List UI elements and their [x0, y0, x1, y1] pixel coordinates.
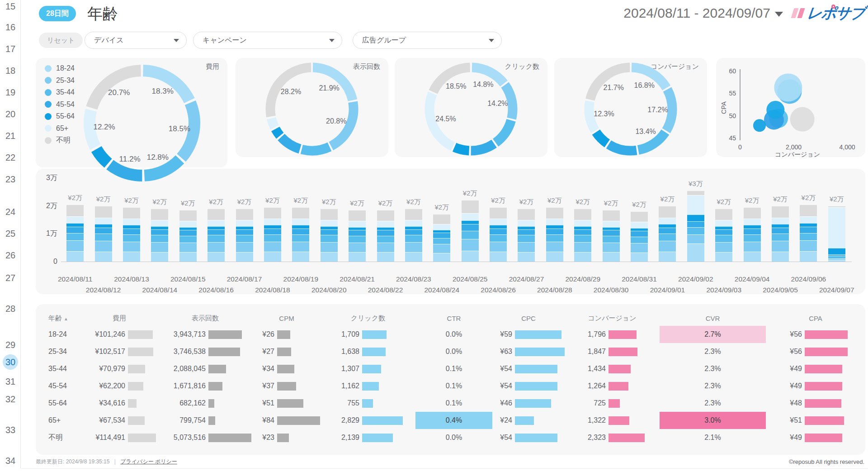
bar-group-2024/08/31[interactable]: ¥2万: [625, 178, 653, 262]
bar-group-2024/09/01[interactable]: ¥2万: [653, 178, 681, 262]
sidebar-page-20[interactable]: 20: [0, 106, 21, 122]
bar-group-2024/08/26[interactable]: ¥2万: [484, 178, 512, 262]
legend-label: 25-34: [56, 76, 75, 85]
bar-group-2024/09/05[interactable]: ¥2万: [766, 178, 794, 262]
sidebar-page-22[interactable]: 22: [0, 150, 21, 165]
bar-group-2024/08/13[interactable]: ¥2万: [118, 178, 146, 262]
sidebar-page-26[interactable]: 26: [0, 248, 21, 263]
y-axis-tick: 2万: [38, 201, 57, 210]
sidebar-page-29[interactable]: 29: [0, 337, 21, 353]
bar-group-2024/08/30[interactable]: ¥2万: [597, 178, 625, 262]
bar-segment-25-34: [687, 234, 704, 243]
sidebar-page-17[interactable]: 17: [0, 41, 21, 57]
sidebar-page-21[interactable]: 21: [0, 128, 21, 143]
reset-button[interactable]: リセット: [39, 33, 83, 48]
table-cell: 1,162: [321, 377, 415, 395]
donut-slice-不明: [264, 61, 360, 157]
bar-group-2024/09/02[interactable]: ¥3万: [682, 178, 710, 262]
bar-segment-25-34: [744, 242, 761, 252]
bar-segment-65+: [433, 224, 450, 230]
bar-group-2024/08/23[interactable]: ¥2万: [400, 178, 428, 262]
cell-bar: [362, 434, 393, 442]
sidebar-page-33[interactable]: 33: [0, 422, 21, 438]
sidebar-page-23[interactable]: 23: [0, 172, 21, 187]
bar-segment-45-54: [377, 230, 394, 236]
bar-group-2024/08/25[interactable]: ¥2万: [456, 178, 484, 262]
legend-item: 65+: [45, 123, 75, 135]
bar-segment-25-34: [518, 242, 535, 252]
bar-group-2024/08/12[interactable]: ¥2万: [89, 178, 117, 262]
sidebar-page-15[interactable]: 15: [0, 0, 21, 14]
bar-group-2024/08/21[interactable]: ¥2万: [343, 178, 371, 262]
dashboard: 28日間 年齢 2024/08/11 - 2024/09/07 レポサブ リセッ…: [21, 0, 868, 468]
chevron-down-icon[interactable]: [775, 12, 783, 17]
cell-bar: [805, 365, 842, 373]
bar-group-2024/08/27[interactable]: ¥2万: [512, 178, 540, 262]
bar-segment-不明: [377, 210, 394, 221]
bar-segment-25-34: [349, 243, 366, 253]
table-cell: ¥70,979: [81, 360, 158, 377]
bar-group-2024/09/06[interactable]: ¥2万: [794, 178, 822, 262]
cell-bar: [208, 382, 222, 391]
donut-slice-25-34: [264, 61, 360, 157]
sidebar-page-27[interactable]: 27: [0, 270, 21, 286]
y-axis-tick: 1万: [38, 229, 57, 238]
sidebar-page-30[interactable]: 30: [0, 354, 21, 370]
bar-group-2024/08/29[interactable]: ¥2万: [569, 178, 597, 262]
bubble-chart: 6055504502,0004,000CPAコンバージョン: [716, 58, 865, 157]
bar-group-2024/08/18[interactable]: ¥2万: [259, 178, 287, 262]
bar-segment-45-54: [518, 229, 535, 235]
sidebar-page-34[interactable]: 34: [0, 453, 21, 468]
legend-color-icon: [45, 137, 52, 144]
donut-percent-label: 21.9%: [319, 84, 339, 92]
bar-value-label: ¥2万: [89, 195, 118, 204]
legend-label: 不明: [56, 136, 71, 145]
table-cell: ¥56: [766, 343, 865, 360]
bar-group-2024/09/04[interactable]: ¥2万: [738, 178, 766, 262]
bar-group-2024/08/14[interactable]: ¥2万: [146, 178, 174, 262]
axis-label: 45: [729, 134, 736, 142]
bubble-18-24: [774, 74, 802, 102]
bar-segment-45-54: [546, 229, 563, 234]
sidebar-page-18[interactable]: 18: [0, 63, 21, 78]
privacy-policy-link[interactable]: プライバシー ポリシー: [120, 458, 177, 465]
bar-group-2024/08/15[interactable]: ¥2万: [174, 178, 202, 262]
sidebar-page-24[interactable]: 24: [0, 204, 21, 219]
bar-segment-55-64: [800, 223, 817, 227]
bubble-65+: [766, 101, 784, 119]
table-cell: 2,139: [321, 429, 415, 446]
bar-group-2024/09/07[interactable]: ¥2万: [823, 178, 851, 262]
bar-group-2024/08/16[interactable]: ¥2万: [202, 178, 230, 262]
x-axis-date-label: 2024/08/14: [132, 286, 187, 294]
sidebar-page-19[interactable]: 19: [0, 85, 21, 100]
bar-segment-25-34: [66, 240, 84, 251]
sidebar-page-25[interactable]: 25: [0, 226, 21, 241]
bar-group-2024/08/22[interactable]: ¥2万: [371, 178, 399, 262]
column-header-年齢[interactable]: 年齢▲: [36, 314, 81, 323]
campaign-filter-dropdown[interactable]: キャンペーン: [193, 32, 342, 49]
x-axis-date-label: 2024/08/17: [217, 275, 272, 283]
legend-label: 35-44: [56, 88, 75, 96]
donut-percent-label: 12.3%: [594, 110, 614, 118]
sidebar-page-28[interactable]: 28: [0, 301, 21, 316]
bar-group-2024/08/19[interactable]: ¥2万: [287, 178, 315, 262]
device-filter-dropdown[interactable]: デバイス: [85, 32, 187, 49]
adgroup-filter-dropdown[interactable]: 広告グループ: [353, 32, 502, 49]
bar-group-2024/08/11[interactable]: ¥2万: [61, 178, 89, 262]
bar-segment-55-64: [462, 220, 479, 224]
bar-group-2024/08/20[interactable]: ¥2万: [315, 178, 343, 262]
axis-label: CPA: [720, 101, 727, 114]
bar-group-2024/08/28[interactable]: ¥2万: [541, 178, 569, 262]
donut-percent-label: 12.2%: [93, 123, 115, 132]
cell-bar: [362, 348, 386, 356]
bar-group-2024/08/17[interactable]: ¥2万: [230, 178, 258, 262]
bar-segment-不明: [264, 207, 281, 219]
sidebar-page-16[interactable]: 16: [0, 19, 21, 35]
bar-group-2024/09/03[interactable]: ¥2万: [710, 178, 738, 262]
bar-segment-55-64: [179, 227, 197, 230]
sidebar-page-32[interactable]: 32: [0, 391, 21, 407]
bar-group-2024/08/24[interactable]: ¥2万: [428, 178, 456, 262]
bar-segment-25-34: [264, 242, 281, 252]
sidebar-page-31[interactable]: 31: [0, 374, 21, 389]
table-cell: ¥49: [766, 377, 865, 395]
